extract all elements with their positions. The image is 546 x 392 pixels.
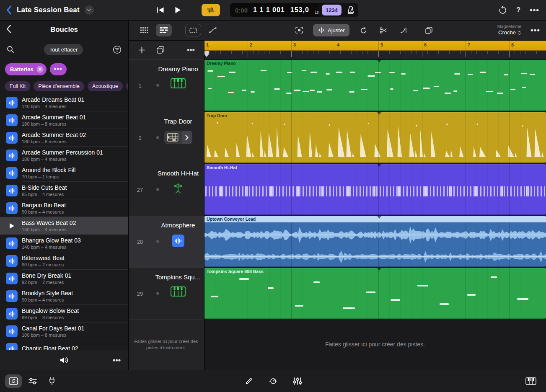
track-options-button[interactable]: ••• — [187, 46, 195, 54]
loop-list-item[interactable]: Around the Block Fill70 bpm – 1 temps — [0, 164, 128, 182]
loop-list-item[interactable]: Arcade Summer Beat 01180 bpm – 8 mesures — [0, 111, 128, 129]
cycle-button[interactable] — [202, 4, 220, 16]
expand-track-chevron-button[interactable] — [181, 131, 192, 144]
filter-chip-batteries[interactable]: Batteries — [5, 63, 47, 75]
region-trap-door[interactable]: Trap Door — [204, 112, 546, 163]
metronome-button[interactable] — [347, 6, 355, 14]
loop-list-item[interactable]: Bittersweet Beat90 bpm – 2 mesures — [0, 252, 128, 270]
skip-to-start-icon — [156, 7, 164, 13]
loop-list-item[interactable]: Bhangra Glow Beat 03140 bpm – 4 mesures — [0, 235, 128, 252]
loop-list-item[interactable]: Bass Waves Beat 02130 bpm – 4 mesures — [0, 217, 128, 235]
more-filters-button[interactable]: ••• — [50, 63, 67, 75]
loop-list-item[interactable]: Chaotic Float Beat 02 — [0, 340, 128, 350]
track-header-tompkins-square[interactable]: 29 Tompkins Squ… — [128, 268, 204, 320]
track-header-trap-door[interactable]: 2 Trap Door — [128, 112, 204, 164]
ellipsis-icon: ••• — [530, 5, 539, 14]
edit-button[interactable] — [241, 374, 257, 388]
tag-full-kit[interactable]: Full Kit — [5, 81, 30, 91]
loop-list-item[interactable]: Arcade Summer Beat 02180 bpm – 8 mesures — [0, 129, 128, 147]
loop-list-item[interactable]: Brooklyn Style Beat90 bpm – 4 mesures — [0, 287, 128, 305]
tracks-toolbar: Ajuster Magnétisme — [128, 20, 546, 41]
browser-more-button[interactable]: ••• — [113, 356, 121, 365]
toolbar-more-button[interactable]: ••• — [530, 26, 540, 35]
count-in-button[interactable]: 1234 — [322, 5, 342, 15]
empty-timeline-hint: Faites glisser ici pour créer des pistes… — [204, 341, 546, 348]
loop-icon — [360, 27, 367, 34]
project-menu-button[interactable] — [85, 5, 94, 15]
audio-region-header: Uptown Conveyor Lead — [204, 216, 546, 222]
copy-paste-button[interactable] — [421, 24, 437, 36]
track-header-atmosphere[interactable]: 28 Atmosphere — [128, 216, 204, 268]
marquee-tool-button[interactable] — [185, 24, 201, 36]
back-button[interactable] — [6, 5, 12, 15]
play-icon — [6, 220, 18, 232]
clear-all-button[interactable]: Tout effacer — [44, 44, 83, 55]
loop-list-item[interactable]: B-Side Cuts Beat85 bpm – 4 mesures — [0, 182, 128, 199]
fade-tool-button[interactable] — [396, 24, 411, 36]
add-track-button[interactable] — [138, 46, 145, 54]
remove-filter-icon[interactable] — [36, 66, 44, 73]
go-to-beginning-button[interactable] — [156, 7, 164, 13]
track-header-smooth-hi-hat[interactable]: 27 Smooth Hi-Hat — [128, 164, 204, 216]
tracks-view-button[interactable] — [156, 24, 172, 36]
loop-subtitle: 89 bpm – 8 mesures — [22, 315, 79, 320]
undo-button[interactable] — [499, 6, 507, 14]
loop-list-item[interactable]: Bone Dry Break 0192 bpm – 2 mesures — [0, 270, 128, 287]
loop-list-item[interactable]: Arcade Dreams Beat 01140 bpm – 4 mesures — [0, 94, 128, 111]
region-smooth-hi-hat[interactable]: Smooth Hi-Hat — [204, 164, 546, 215]
preview-volume-button[interactable] — [60, 356, 69, 364]
drum-pads-icon[interactable] — [164, 131, 181, 144]
more-options-button[interactable]: ••• — [530, 5, 539, 15]
adjust-tool-button[interactable]: Ajuster — [313, 24, 349, 36]
browser-back-button[interactable] — [6, 24, 11, 34]
duplicate-track-button[interactable] — [157, 46, 164, 54]
piano-icon — [171, 286, 186, 297]
smart-controls-button[interactable] — [289, 374, 306, 388]
tag-electro[interactable]: Électro — [126, 81, 128, 91]
track-header-dreamy-piano[interactable]: 1 Dreamy Piano — [128, 59, 204, 112]
loop-list-item[interactable]: Canal For Days Beat 01100 bpm – 8 mesure… — [0, 322, 128, 340]
region-uptown-conveyor-lead[interactable]: Uptown Conveyor Lead — [204, 216, 546, 267]
loop-title: Arcade Summer Beat 01 — [22, 114, 86, 121]
loop-title: Bass Waves Beat 02 — [22, 219, 76, 226]
speaker-icon — [60, 356, 69, 364]
snap-setting-button[interactable]: Magnétisme Croche — [497, 24, 521, 37]
plugins-button[interactable] — [44, 374, 60, 388]
copy-icon — [425, 27, 432, 34]
mixer-icon — [28, 377, 37, 385]
live-loops-grid-button[interactable] — [136, 24, 152, 36]
piano-icon — [171, 78, 186, 88]
loop-list-item[interactable]: Bungalow Below Beat89 bpm – 8 mesures — [0, 305, 128, 322]
play-button[interactable] — [174, 6, 181, 14]
loop-tool-button[interactable] — [355, 24, 371, 36]
loop-list-item[interactable]: Bargain Bin Beat90 bpm – 4 mesures — [0, 199, 128, 217]
loop-waveform-icon — [6, 202, 18, 214]
ruler-tick-strip[interactable] — [204, 51, 546, 60]
loop-boundary-marker — [377, 60, 381, 62]
cycle-ruler[interactable]: 12345678 — [204, 40, 546, 51]
help-button[interactable]: ? — [516, 6, 520, 14]
track-number: 2 — [128, 112, 152, 164]
transform-tool-button[interactable] — [291, 24, 307, 36]
mixer-button[interactable] — [24, 374, 41, 388]
filter-button[interactable] — [113, 45, 122, 54]
tag-piece-densemble[interactable]: Pièce d’ensemble — [34, 81, 84, 91]
region-dreamy-piano[interactable]: Dreamy Piano — [204, 60, 546, 111]
loop-subtitle: 90 bpm – 2 mesures — [22, 262, 65, 267]
tag-acoustique[interactable]: Acoustique — [88, 81, 123, 91]
project-title: Late Session Beat — [17, 6, 80, 14]
loop-title: Bone Dry Break 01 — [22, 272, 71, 279]
faders-icon — [293, 377, 302, 385]
automation-toggle-button[interactable] — [265, 374, 282, 388]
region-tompkins-square-808-bass[interactable]: Tompkins Square 808 Bass — [204, 268, 546, 319]
split-tool-button[interactable] — [375, 24, 391, 36]
play-surface-keyboard-button[interactable] — [523, 374, 539, 388]
automation-button[interactable] — [205, 24, 221, 36]
track-number: 1 — [128, 59, 152, 112]
track-status-dot — [156, 292, 159, 295]
search-button[interactable] — [7, 46, 14, 53]
loop-list-item[interactable]: Arcade Summer Percussion 01180 bpm – 4 m… — [0, 147, 128, 164]
loop-title: Arcade Dreams Beat 01 — [22, 96, 84, 103]
loop-waveform-icon — [6, 343, 18, 350]
loop-browser-button[interactable] — [5, 374, 22, 388]
